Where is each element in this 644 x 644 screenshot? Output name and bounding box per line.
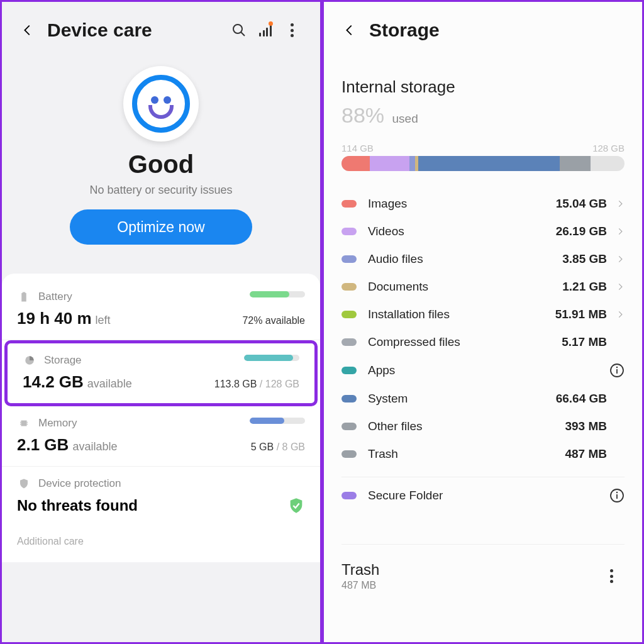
category-color-icon — [341, 338, 357, 346]
memory-icon — [17, 416, 31, 430]
page-title: Storage — [369, 19, 440, 41]
storage-icon — [23, 353, 36, 367]
category-row[interactable]: Audio files3.85 GB — [341, 245, 625, 273]
category-name: Installation files — [368, 308, 555, 321]
status-subtitle: No battery or security issues — [17, 184, 305, 197]
category-name: System — [368, 392, 556, 406]
category-color-icon — [341, 311, 357, 318]
battery-bar — [250, 291, 305, 297]
category-size: 26.19 GB — [556, 225, 607, 238]
battery-icon — [17, 290, 31, 304]
memory-suffix: available — [72, 440, 117, 453]
secure-folder-label: Secure Folder — [368, 489, 609, 502]
category-row[interactable]: Compressed files5.17 MB — [341, 328, 625, 356]
category-size: 51.91 MB — [555, 308, 607, 321]
status-title: Good — [17, 150, 305, 179]
category-name: Images — [368, 197, 556, 211]
smile-icon — [132, 75, 190, 133]
chevron-right-icon — [616, 255, 625, 264]
category-name: Audio files — [368, 252, 562, 266]
battery-suffix: left — [96, 314, 111, 327]
svg-point-13 — [616, 492, 618, 493]
memory-label: Memory — [38, 417, 77, 430]
bar-label-right: 128 GB — [592, 143, 625, 153]
category-row[interactable]: Installation files51.91 MB — [341, 301, 625, 328]
search-icon — [231, 23, 247, 38]
protection-row[interactable]: Device protection No threats found — [2, 467, 320, 527]
category-color-icon — [341, 395, 357, 402]
battery-row[interactable]: Battery 19 h 40 m left 72% available — [2, 280, 320, 340]
secure-folder-row[interactable]: Secure Folder — [341, 481, 625, 510]
signal-icon — [259, 24, 272, 36]
info-icon[interactable] — [609, 363, 625, 378]
category-list: Images15.04 GBVideos26.19 GBAudio files3… — [341, 190, 625, 468]
protection-value: No threats found — [17, 497, 138, 514]
chevron-right-icon — [616, 199, 625, 208]
chevron-left-icon — [343, 23, 357, 37]
category-color-icon — [341, 200, 357, 208]
svg-rect-6 — [27, 422, 28, 423]
category-row[interactable]: System66.64 GB — [341, 385, 625, 413]
trash-section[interactable]: Trash 487 MB — [341, 544, 625, 591]
protection-label: Device protection — [38, 477, 121, 490]
category-name: Compressed files — [368, 335, 562, 349]
svg-point-10 — [616, 367, 618, 368]
category-row[interactable]: Videos26.19 GB — [341, 218, 625, 245]
svg-point-0 — [233, 25, 242, 33]
category-size: 487 MB — [565, 447, 607, 461]
svg-rect-4 — [20, 422, 21, 423]
category-row[interactable]: Apps — [341, 356, 625, 385]
bar-labels: 114 GB 128 GB — [341, 143, 625, 153]
topbar: Device care — [2, 2, 320, 58]
shield-icon — [17, 477, 31, 491]
svg-rect-3 — [21, 421, 27, 426]
category-name: Documents — [368, 280, 562, 294]
category-color-icon — [341, 450, 357, 458]
battery-available: 72% available — [242, 315, 305, 326]
category-size: 1.21 GB — [562, 280, 607, 294]
category-row[interactable]: Documents1.21 GB — [341, 273, 625, 301]
optimize-button[interactable]: Optimize now — [70, 209, 252, 245]
category-color-icon — [341, 367, 357, 374]
used-percentage: 88% — [341, 103, 384, 128]
category-size: 5.17 MB — [562, 335, 607, 349]
memory-bar — [250, 418, 305, 424]
category-row[interactable]: Images15.04 GB — [341, 190, 625, 218]
bar-label-left: 114 GB — [341, 143, 374, 153]
signal-button[interactable] — [252, 17, 279, 43]
category-size: 66.64 GB — [556, 392, 607, 406]
back-button[interactable] — [17, 19, 38, 41]
trash-title: Trash — [341, 561, 598, 579]
memory-fraction: 5 GB / 8 GB — [251, 441, 305, 453]
category-color-icon — [341, 283, 357, 291]
category-row[interactable]: Trash487 MB — [341, 440, 625, 468]
chevron-right-icon — [616, 282, 625, 291]
hero-section: Good No battery or security issues Optim… — [2, 58, 320, 245]
category-name: Videos — [368, 225, 556, 238]
category-row[interactable]: Other files393 MB — [341, 413, 625, 440]
category-size: 393 MB — [565, 419, 607, 433]
used-label: used — [392, 112, 418, 125]
category-name: Apps — [368, 364, 601, 377]
back-button[interactable] — [339, 19, 360, 41]
more-menu-button[interactable] — [279, 17, 305, 43]
shield-check-icon — [287, 496, 305, 516]
storage-label: Storage — [44, 354, 82, 367]
storage-fraction: 113.8 GB / 128 GB — [214, 379, 299, 390]
stats-panel: Battery 19 h 40 m left 72% available Sto… — [2, 274, 320, 562]
memory-row[interactable]: Memory 2.1 GB available 5 GB / 8 GB — [2, 406, 320, 467]
chevron-right-icon — [616, 227, 625, 236]
category-color-icon — [341, 423, 357, 430]
category-name: Other files — [368, 419, 565, 433]
device-care-screen: Device care Good No battery or security … — [0, 0, 322, 644]
trash-more-button[interactable] — [598, 563, 625, 589]
category-color-icon — [341, 255, 357, 263]
trash-size: 487 MB — [341, 580, 598, 591]
battery-label: Battery — [38, 291, 72, 303]
category-color-icon — [341, 228, 357, 235]
category-size: 15.04 GB — [556, 197, 607, 211]
page-title: Device care — [47, 19, 152, 41]
storage-row[interactable]: Storage 14.2 GB available 113.8 GB / 128… — [4, 340, 318, 406]
info-icon[interactable] — [609, 488, 625, 503]
search-button[interactable] — [226, 17, 252, 43]
